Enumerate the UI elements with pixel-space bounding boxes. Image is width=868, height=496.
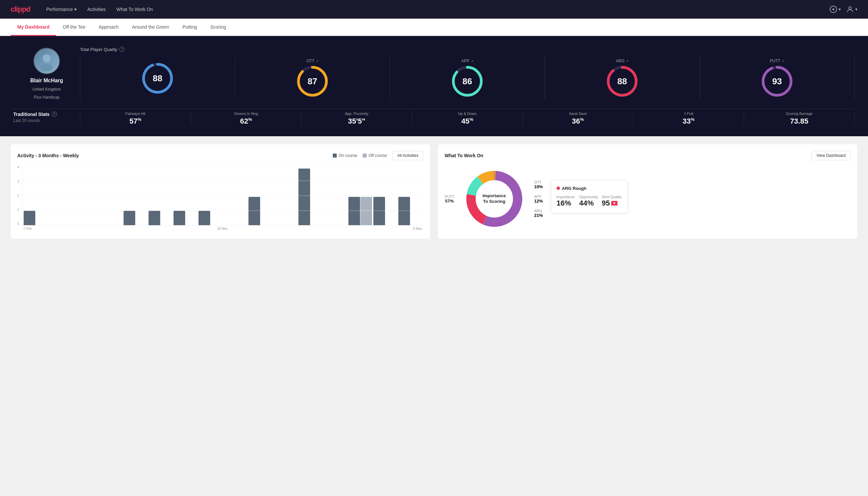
tab-putting[interactable]: Putting [176, 19, 204, 36]
player-info: Blair McHarg United Kingdom Plus Handica… [13, 48, 80, 99]
traditional-stats: Traditional Stats ? Last 20 rounds Fairw… [13, 109, 855, 126]
main-score: 88 [80, 59, 235, 98]
ott-score: OTT ↗ 87 [235, 56, 390, 100]
work-on-title: What To Work On [445, 153, 483, 158]
arg-rough-dot [556, 187, 560, 190]
activity-card: Activity - 3 Months - Weekly On course O… [11, 144, 430, 239]
putt-circle: 93 [760, 65, 794, 98]
bar-group-9 [249, 197, 272, 225]
bar-group-15 [398, 197, 422, 225]
work-on-header: What To Work On View Dashboard [445, 151, 851, 160]
chart-bars-area [22, 166, 423, 226]
bar-on-course [249, 197, 260, 225]
activity-card-title: Activity - 3 Months - Weekly [17, 153, 79, 158]
tab-approach[interactable]: Approach [92, 19, 125, 36]
stat-greens-in-reg: Greens In Reg 62% [191, 112, 301, 126]
bar-on-course [174, 211, 185, 225]
player-country: United Kingdom [32, 87, 61, 92]
bar-group-4 [124, 211, 147, 225]
ott-value: 87 [308, 76, 317, 87]
trad-stats-help[interactable]: ? [52, 112, 57, 117]
main-score-value: 88 [153, 73, 162, 83]
total-quality-help[interactable]: ? [119, 47, 125, 52]
tab-off-the-tee[interactable]: Off the Tee [56, 19, 92, 36]
main-score-circle: 88 [141, 62, 174, 95]
bar-on-course [298, 169, 310, 225]
nav-activities[interactable]: Activities [87, 5, 106, 13]
bar-on-course [124, 211, 135, 225]
stat-fairways-hit: Fairways Hit 57% [80, 112, 191, 126]
player-name: Blair McHarg [30, 78, 63, 83]
stat-1-putt: 1 Putt 33% [633, 112, 744, 126]
stat-scoring-avg: Scoring Average 73.85 [744, 112, 855, 126]
bar-on-course [199, 211, 210, 225]
svg-point-3 [41, 64, 53, 71]
tab-scoring[interactable]: Scoring [204, 19, 233, 36]
putt-label: PUTT 57% [445, 195, 454, 203]
stat-up-and-down: Up & Down 45% [412, 112, 523, 126]
top-nav: clippd Performance ▾ Activities What To … [0, 0, 868, 19]
trad-stats-sub: Last 20 rounds [13, 118, 80, 123]
tab-around-the-green[interactable]: Around the Green [125, 19, 175, 36]
logo: clippd [11, 5, 30, 14]
app-donut-label: APP 12% [534, 195, 543, 203]
arg-score: ARG ↗ 88 [545, 56, 700, 100]
user-menu[interactable]: ▾ [846, 5, 857, 13]
tab-my-dashboard[interactable]: My Dashboard [11, 19, 56, 36]
svg-point-1 [849, 7, 851, 9]
putt-score: PUTT ↗ 93 [700, 56, 855, 100]
down-badge: ▼ [611, 201, 617, 205]
donut-chart: Importance To Scoring [461, 166, 527, 232]
app-circle: 86 [451, 65, 484, 98]
total-quality-label: Total Player Quality ? [80, 47, 855, 52]
svg-point-2 [43, 54, 51, 62]
importance-metric: Importance 16% [556, 195, 577, 207]
bar-group-7 [199, 211, 222, 225]
bar-group-5 [148, 211, 172, 225]
bottom-section: Activity - 3 Months - Weekly On course O… [0, 136, 868, 247]
activity-card-header: Activity - 3 Months - Weekly On course O… [17, 151, 423, 160]
bar-on-course [148, 211, 160, 225]
nav-what-to-work-on[interactable]: What To Work On [116, 5, 153, 13]
legend-on-course: On course [333, 153, 357, 158]
trad-stats-row: Fairways Hit 57% Greens In Reg 62% App. … [80, 112, 855, 126]
bar-group-0 [23, 211, 47, 225]
app-value: 86 [463, 76, 472, 87]
bar-on-course [398, 197, 410, 225]
bar-group-13 [348, 197, 372, 225]
bar-on-course [23, 211, 35, 225]
arg-rough-info-card: ARG Rough Importance 16% Opportunity [551, 180, 628, 213]
trad-stats-label: Traditional Stats ? Last 20 rounds [13, 112, 80, 123]
bar-chart: 4 3 2 1 0 [17, 166, 423, 232]
player-handicap: Plus Handicap [34, 95, 59, 99]
shot-quality-metric: Shot Quality 95 ▼ [602, 195, 622, 207]
arg-circle: 88 [605, 65, 639, 98]
avatar [33, 48, 60, 74]
arg-rough-title: ARG Rough [562, 186, 586, 191]
bar-on-course [348, 197, 360, 225]
arg-donut-label: ARG 21% [534, 209, 543, 218]
ott-circle: 87 [296, 65, 329, 98]
add-button[interactable]: ▾ [830, 5, 841, 13]
app-score: APP ↗ 86 [390, 56, 545, 100]
view-dashboard-button[interactable]: View Dashboard [811, 151, 851, 160]
arg-value: 88 [617, 76, 627, 87]
scores-row: 88 OTT ↗ 87 [80, 56, 855, 100]
nav-performance[interactable]: Performance ▾ [46, 5, 77, 13]
ott-donut-label: OTT 10% [534, 180, 543, 189]
stat-app-proximity: App. Proximity 35'5" [301, 112, 412, 126]
legend-off-course: Off course [363, 153, 387, 158]
stat-sand-save: Sand Save 36% [523, 112, 633, 126]
bar-group-11 [298, 169, 322, 225]
scores-section: Total Player Quality ? 88 [80, 47, 855, 100]
work-on-card: What To Work On View Dashboard PUTT 57% [438, 144, 857, 239]
chart-legend: On course Off course [333, 153, 387, 158]
nav-right: ▾ ▾ [830, 5, 857, 13]
opportunity-metric: Opportunity 44% [579, 195, 599, 207]
all-activities-button[interactable]: All Activities [392, 151, 423, 160]
bar-on-course [373, 197, 385, 225]
hero-section: Blair McHarg United Kingdom Plus Handica… [0, 36, 868, 136]
arg-rough-metrics: Importance 16% Opportunity 44% [556, 195, 622, 207]
tabs-bar: My Dashboard Off the Tee Approach Around… [0, 19, 868, 36]
bar-group-6 [174, 211, 197, 225]
